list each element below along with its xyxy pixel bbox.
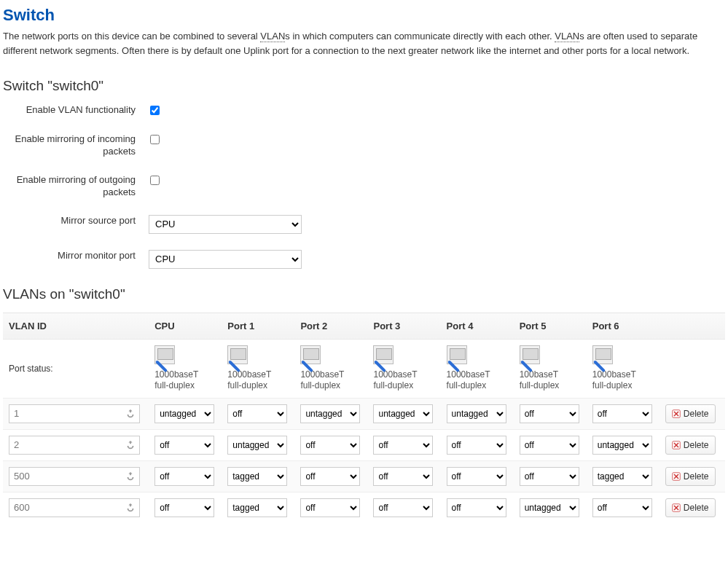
vlan-row: untaggedtaggedoffuntaggedtaggedoffuntagg…: [3, 492, 725, 523]
enable-vlan-checkbox[interactable]: [150, 106, 160, 115]
reset-icon[interactable]: [125, 471, 136, 482]
port-status-text: 1000baseTfull-duplex: [373, 369, 434, 392]
reset-icon[interactable]: [125, 503, 136, 513]
port-status-cell: 1000baseTfull-duplex: [222, 339, 294, 398]
port-tag-select[interactable]: untaggedtaggedoff: [592, 404, 652, 423]
mirror-mon-select[interactable]: CPU: [149, 250, 302, 269]
vlan-row: untaggedtaggedoffuntaggedtaggedoffuntagg…: [3, 460, 725, 492]
port-tag-select[interactable]: untaggedtaggedoff: [300, 498, 360, 517]
reset-icon[interactable]: [125, 409, 136, 419]
vlan-id-input[interactable]: [9, 467, 140, 486]
vlan-section-title: VLANs on "switch0": [3, 286, 725, 302]
vlan-abbr: VLAN: [260, 31, 285, 42]
delete-label: Delete: [684, 409, 709, 419]
delete-button[interactable]: Delete: [665, 498, 716, 517]
ethernet-port-icon: [373, 345, 394, 364]
port-status-text: 1000baseTfull-duplex: [592, 369, 654, 392]
port-status-text: 1000baseTfull-duplex: [227, 369, 289, 392]
port-status-text: 100baseTfull-duplex: [520, 369, 581, 392]
port-status-text: 1000baseTfull-duplex: [154, 369, 216, 392]
enable-vlan-label: Enable VLAN functionality: [3, 104, 149, 117]
port-tag-select[interactable]: untaggedtaggedoff: [227, 467, 287, 486]
port-tag-select[interactable]: untaggedtaggedoff: [592, 467, 652, 486]
switch-section-title: Switch "switch0": [3, 78, 725, 94]
column-header-port: Port 6: [587, 313, 659, 339]
mirror-mon-label: Mirror monitor port: [3, 250, 149, 262]
port-status-cell: 1000baseTfull-duplex: [367, 339, 440, 398]
port-status-cell: 100baseTfull-duplex: [514, 339, 587, 398]
port-tag-select[interactable]: untaggedtaggedoff: [154, 498, 214, 517]
vlan-id-input[interactable]: [9, 436, 140, 455]
vlan-id-input[interactable]: [9, 404, 140, 423]
port-tag-select[interactable]: untaggedtaggedoff: [373, 498, 433, 517]
desc-text: The network ports on this device can be …: [3, 31, 260, 42]
vlan-abbr: VLAN: [555, 31, 579, 42]
port-status-cell: 1000baseTfull-duplex: [149, 339, 222, 398]
mirror-src-select[interactable]: CPU: [149, 215, 302, 234]
port-tag-select[interactable]: untaggedtaggedoff: [300, 404, 360, 423]
delete-icon: [672, 503, 681, 512]
port-tag-select[interactable]: untaggedtaggedoff: [520, 467, 579, 486]
port-tag-select[interactable]: untaggedtaggedoff: [447, 467, 506, 486]
port-tag-select[interactable]: untaggedtaggedoff: [373, 467, 433, 486]
port-tag-select[interactable]: untaggedtaggedoff: [300, 467, 360, 486]
port-tag-select[interactable]: untaggedtaggedoff: [300, 436, 360, 455]
port-tag-select[interactable]: untaggedtaggedoff: [592, 436, 652, 455]
port-tag-select[interactable]: untaggedtaggedoff: [447, 404, 506, 423]
delete-button[interactable]: Delete: [665, 467, 716, 486]
port-tag-select[interactable]: untaggedtaggedoff: [154, 436, 214, 455]
port-tag-select[interactable]: untaggedtaggedoff: [520, 404, 579, 423]
column-header-port: Port 3: [367, 313, 440, 339]
vlan-row: untaggedtaggedoffuntaggedtaggedoffuntagg…: [3, 429, 725, 460]
mirror-in-checkbox[interactable]: [150, 135, 160, 144]
column-header-port: Port 4: [441, 313, 514, 339]
port-tag-select[interactable]: untaggedtaggedoff: [447, 436, 506, 455]
mirror-out-checkbox[interactable]: [150, 176, 160, 185]
port-tag-select[interactable]: untaggedtaggedoff: [154, 467, 214, 486]
port-tag-select[interactable]: untaggedtaggedoff: [447, 498, 506, 517]
port-status-text: 1000baseTfull-duplex: [300, 369, 361, 392]
column-header-port: Port 5: [514, 313, 587, 339]
port-tag-select[interactable]: untaggedtaggedoff: [373, 404, 433, 423]
vlan-table: VLAN IDCPUPort 1Port 2Port 3Port 4Port 5…: [3, 313, 725, 523]
vlan-row: untaggedtaggedoffuntaggedtaggedoffuntagg…: [3, 398, 725, 429]
mirror-in-label: Enable mirroring of incoming packets: [3, 133, 149, 158]
delete-button[interactable]: Delete: [665, 404, 716, 423]
delete-icon: [672, 409, 681, 418]
port-tag-select[interactable]: untaggedtaggedoff: [592, 498, 652, 517]
ethernet-port-icon: [300, 345, 321, 364]
port-tag-select[interactable]: untaggedtaggedoff: [373, 436, 433, 455]
port-tag-select[interactable]: untaggedtaggedoff: [227, 436, 287, 455]
column-header-port: Port 1: [222, 313, 294, 339]
port-status-label: Port status:: [3, 339, 149, 398]
delete-icon: [672, 441, 681, 449]
delete-label: Delete: [684, 503, 709, 513]
column-header-port: Port 2: [294, 313, 367, 339]
delete-icon: [672, 472, 681, 481]
ethernet-port-icon: [592, 345, 613, 364]
port-status-cell: 1000baseTfull-duplex: [587, 339, 659, 398]
ethernet-port-icon: [227, 345, 248, 364]
column-header-vlan-id: VLAN ID: [3, 313, 149, 339]
port-tag-select[interactable]: untaggedtaggedoff: [520, 436, 579, 455]
port-tag-select[interactable]: untaggedtaggedoff: [154, 404, 214, 423]
port-status-text: 1000baseTfull-duplex: [447, 369, 508, 392]
port-tag-select[interactable]: untaggedtaggedoff: [520, 498, 579, 517]
delete-label: Delete: [684, 440, 709, 450]
ethernet-port-icon: [520, 345, 540, 364]
ethernet-port-icon: [447, 345, 467, 364]
reset-icon[interactable]: [125, 440, 136, 450]
mirror-out-label: Enable mirroring of outgoing packets: [3, 174, 149, 199]
column-header-port: CPU: [149, 313, 222, 339]
port-tag-select[interactable]: untaggedtaggedoff: [227, 404, 287, 423]
delete-button[interactable]: Delete: [665, 436, 716, 455]
port-tag-select[interactable]: untaggedtaggedoff: [227, 498, 287, 517]
port-status-cell: 1000baseTfull-duplex: [294, 339, 367, 398]
mirror-src-label: Mirror source port: [3, 215, 149, 227]
page-title: Switch: [3, 6, 725, 25]
column-header-delete: [659, 313, 725, 339]
vlan-id-input[interactable]: [9, 498, 140, 517]
ethernet-port-icon: [154, 345, 175, 364]
delete-label: Delete: [684, 471, 709, 482]
page-description: The network ports on this device can be …: [3, 29, 725, 58]
